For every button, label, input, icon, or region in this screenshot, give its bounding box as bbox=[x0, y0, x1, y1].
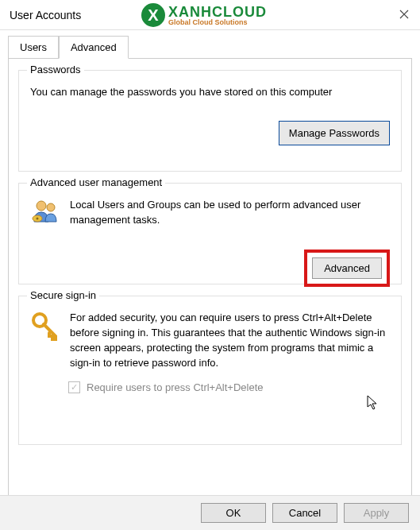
require-cad-checkbox-row[interactable]: ✓ Require users to press Ctrl+Alt+Delete bbox=[68, 381, 390, 393]
ok-button[interactable]: OK bbox=[201, 503, 266, 523]
passwords-group-title: Passwords bbox=[27, 64, 84, 75]
logo-icon: X bbox=[141, 3, 165, 27]
advanced-mgmt-title: Advanced user management bbox=[27, 176, 165, 188]
tab-strip: Users Advanced bbox=[0, 30, 420, 58]
require-cad-label: Require users to press Ctrl+Alt+Delete bbox=[87, 381, 264, 393]
apply-button[interactable]: Apply bbox=[344, 503, 409, 523]
key-icon bbox=[30, 311, 60, 370]
logo-main-text: XANHCLOUD bbox=[168, 5, 267, 19]
tab-advanced[interactable]: Advanced bbox=[59, 36, 129, 59]
secure-signin-text: For added security, you can require user… bbox=[70, 311, 390, 370]
titlebar: User Accounts X XANHCLOUD Global Cloud S… bbox=[0, 0, 420, 30]
advanced-mgmt-text: Local Users and Groups can be used to pe… bbox=[70, 198, 390, 229]
svg-point-1 bbox=[47, 203, 55, 211]
tab-users[interactable]: Users bbox=[8, 36, 59, 59]
watermark-logo: X XANHCLOUD Global Cloud Solutions bbox=[141, 3, 267, 27]
close-button[interactable] bbox=[395, 5, 414, 24]
passwords-group: Passwords You can manage the passwords y… bbox=[18, 70, 402, 172]
users-groups-icon bbox=[30, 198, 60, 229]
advanced-button-highlight: Advanced bbox=[304, 250, 390, 287]
svg-point-3 bbox=[37, 218, 39, 220]
passwords-text: You can manage the passwords you have st… bbox=[30, 85, 390, 100]
advanced-mgmt-group: Advanced user management Local Users and… bbox=[18, 183, 402, 284]
logo-sub-text: Global Cloud Solutions bbox=[168, 19, 267, 26]
svg-point-0 bbox=[37, 201, 46, 211]
secure-signin-title: Secure sign-in bbox=[27, 289, 99, 301]
tab-panel: Passwords You can manage the passwords y… bbox=[8, 58, 412, 501]
advanced-button[interactable]: Advanced bbox=[312, 257, 382, 279]
cancel-button[interactable]: Cancel bbox=[272, 503, 337, 523]
window-title: User Accounts bbox=[10, 9, 81, 21]
dialog-footer: OK Cancel Apply bbox=[0, 495, 420, 530]
secure-signin-group: Secure sign-in For added security, you c… bbox=[18, 296, 402, 445]
require-cad-checkbox[interactable]: ✓ bbox=[68, 381, 80, 393]
manage-passwords-button[interactable]: Manage Passwords bbox=[279, 121, 390, 145]
